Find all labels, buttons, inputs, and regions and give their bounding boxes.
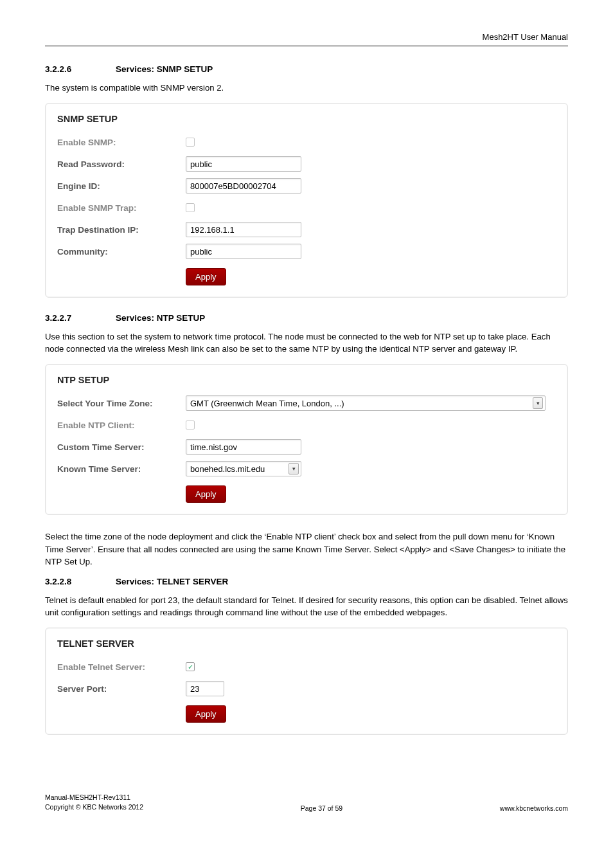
footer-page-number: Page 37 of 59: [301, 804, 342, 812]
checkbox-enable-telnet[interactable]: ✓: [186, 662, 195, 671]
panel-telnet: TELNET SERVER Enable Telnet Server: ✓ Se…: [45, 628, 568, 735]
sectitle-snmp: Services: SNMP SETUP: [116, 64, 213, 74]
header-product: Mesh2HT User Manual: [45, 32, 568, 46]
checkbox-enable-snmp[interactable]: [186, 138, 195, 147]
checkbox-enable-snmp-trap[interactable]: [186, 203, 195, 212]
secnum-snmp: 3.2.2.6: [45, 64, 116, 74]
input-custom-time-server[interactable]: [186, 439, 301, 455]
label-timezone: Select Your Time Zone:: [57, 399, 186, 408]
input-engine-id[interactable]: [186, 178, 301, 194]
apply-button-telnet[interactable]: Apply: [186, 705, 226, 723]
label-known-time-server: Known Time Server:: [57, 464, 186, 474]
ntp-intro: Use this section to set the system to ne…: [45, 330, 568, 355]
input-community[interactable]: [186, 244, 301, 259]
panel-title-ntp: NTP SETUP: [57, 375, 556, 385]
snmp-intro: The system is compatible with SNMP versi…: [45, 82, 568, 94]
select-timezone[interactable]: [186, 395, 546, 411]
input-server-port[interactable]: [186, 681, 224, 696]
secnum-telnet: 3.2.2.8: [45, 577, 116, 586]
checkbox-enable-ntp-client[interactable]: [186, 420, 195, 429]
secnum-ntp: 3.2.2.7: [45, 313, 116, 323]
heading-snmp: 3.2.2.6Services: SNMP SETUP: [45, 64, 568, 74]
footer-url: www.kbcnetworks.com: [500, 804, 568, 812]
panel-title-telnet: TELNET SERVER: [57, 638, 556, 649]
panel-ntp: NTP SETUP Select Your Time Zone: ▾ Enabl…: [45, 364, 568, 515]
sectitle-telnet: Services: TELNET SERVER: [116, 577, 228, 586]
input-read-password[interactable]: [186, 156, 301, 172]
apply-button-ntp[interactable]: Apply: [186, 485, 226, 503]
panel-title-snmp: SNMP SETUP: [57, 114, 556, 124]
label-trap-dest: Trap Destination IP:: [57, 225, 186, 235]
sectitle-ntp: Services: NTP SETUP: [116, 313, 205, 323]
label-enable-snmp: Enable SNMP:: [57, 138, 186, 147]
apply-button-snmp[interactable]: Apply: [186, 268, 226, 285]
label-custom-time-server: Custom Time Server:: [57, 442, 186, 452]
page-footer: Manual-MESH2HT-Rev1311 Copyright © KBC N…: [45, 793, 568, 811]
footer-copyright: Copyright © KBC Networks 2012: [45, 802, 143, 812]
label-engine-id: Engine ID:: [57, 181, 186, 191]
ntp-outro: Select the time zone of the node deploym…: [45, 530, 568, 567]
telnet-intro: Telnet is default enabled for port 23, t…: [45, 594, 568, 619]
select-known-time-server[interactable]: [186, 461, 301, 476]
heading-telnet: 3.2.2.8Services: TELNET SERVER: [45, 577, 568, 586]
label-enable-snmp-trap: Enable SNMP Trap:: [57, 203, 186, 213]
label-enable-telnet: Enable Telnet Server:: [57, 662, 186, 672]
label-enable-ntp-client: Enable NTP Client:: [57, 420, 186, 430]
panel-snmp: SNMP SETUP Enable SNMP: Read Password: E…: [45, 103, 568, 298]
input-trap-dest[interactable]: [186, 222, 301, 237]
label-read-password: Read Password:: [57, 159, 186, 169]
label-community: Community:: [57, 247, 186, 257]
footer-manual-rev: Manual-MESH2HT-Rev1311: [45, 793, 143, 802]
heading-ntp: 3.2.2.7Services: NTP SETUP: [45, 313, 568, 323]
label-server-port: Server Port:: [57, 684, 186, 694]
